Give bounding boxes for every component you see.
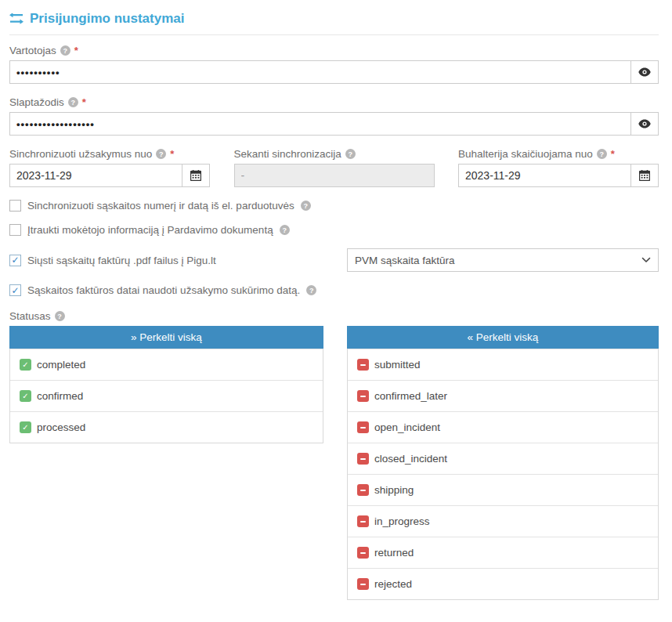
chevron-down-icon: [641, 257, 651, 263]
checkbox[interactable]: [9, 200, 21, 212]
toggle-password-visibility-button[interactable]: [630, 112, 659, 136]
selected-status-list: completed confirmed processed: [9, 349, 323, 443]
section-header-link[interactable]: Prisijungimo nustatymai: [9, 8, 659, 34]
status-item[interactable]: open_incident: [348, 411, 658, 443]
status-item[interactable]: in_progress: [348, 505, 658, 537]
exchange-icon: [9, 13, 23, 24]
user-field-group: Vartotojas: [9, 45, 659, 84]
checkbox[interactable]: [9, 284, 21, 296]
checkbox-label: Sąskaitos faktūros datai naudoti užsakym…: [27, 284, 300, 296]
accounting-from-label: Buhalterija skaičiuojama nuo: [458, 148, 593, 160]
status-item[interactable]: completed: [10, 349, 323, 380]
toggle-user-visibility-button[interactable]: [630, 60, 659, 84]
help-icon[interactable]: [60, 45, 70, 56]
checkbox-label: Siųsti sąskaitų faktūrų .pdf failus į Pi…: [27, 255, 216, 266]
next-sync-label: Sekanti sinchronizacija: [234, 148, 341, 160]
available-status-list: submitted confirmed_later open_incident: [347, 349, 659, 600]
status-item-label: submitted: [374, 359, 421, 371]
statusas-label: Statusas: [9, 310, 51, 322]
minus-square-icon: [357, 453, 369, 465]
section-title: Prisijungimo nustatymai: [30, 11, 184, 27]
user-input[interactable]: [9, 60, 631, 84]
password-input[interactable]: [9, 112, 631, 136]
status-item-label: shipping: [374, 484, 414, 496]
dates-row: Sinchronizuoti užsakymus nuo: [9, 148, 659, 187]
minus-square-icon: [357, 484, 369, 496]
check-square-icon: [20, 390, 31, 402]
checkbox-row-include-payer-info[interactable]: Įtraukti mokėtojo informaciją į Pardavim…: [9, 224, 659, 236]
accounting-from-datepicker-button[interactable]: [630, 164, 659, 187]
status-item-label: returned: [374, 547, 414, 559]
available-statuses-panel: « Perkelti viską submitted confirmed_lat…: [347, 326, 659, 600]
status-item-label: closed_incident: [374, 453, 447, 465]
help-icon[interactable]: [55, 311, 65, 321]
eye-icon: [638, 119, 651, 128]
checkbox[interactable]: [9, 255, 21, 266]
sync-from-date-input[interactable]: [9, 164, 182, 187]
status-item-label: processed: [37, 421, 85, 433]
invoice-type-select[interactable]: PVM sąskaita faktūra: [347, 248, 659, 272]
help-icon[interactable]: [345, 149, 356, 159]
status-transfer-widget: » Perkelti viską completed confirmed: [9, 326, 659, 600]
status-item[interactable]: submitted: [348, 349, 658, 380]
status-item-label: confirmed_later: [374, 390, 447, 402]
sync-from-field-group: Sinchronizuoti užsakymus nuo: [9, 148, 210, 187]
password-field-group: Slaptažodis: [9, 96, 659, 136]
invoice-type-selected-value: PVM sąskaita faktūra: [355, 255, 455, 266]
status-item[interactable]: closed_incident: [348, 443, 658, 474]
sync-from-datepicker-button[interactable]: [182, 164, 210, 187]
help-icon[interactable]: [156, 149, 166, 159]
status-item[interactable]: rejected: [348, 568, 658, 599]
status-item[interactable]: shipping: [348, 474, 658, 505]
status-item-label: completed: [37, 359, 85, 371]
checkbox-row-invoice-date-order-date[interactable]: Sąskaitos faktūros datai naudoti užsakym…: [9, 284, 659, 296]
minus-square-icon: [357, 515, 369, 527]
next-sync-field-group: Sekanti sinchronizacija: [234, 148, 435, 187]
connection-settings-panel: Prisijungimo nustatymai Vartotojas: [0, 0, 672, 608]
required-asterisk: [82, 96, 86, 108]
checkbox-row-send-pdf-invoices[interactable]: Siųsti sąskaitų faktūrų .pdf failus į Pi…: [9, 255, 216, 266]
help-icon[interactable]: [68, 97, 78, 107]
checkbox[interactable]: [9, 224, 21, 236]
help-icon[interactable]: [301, 201, 311, 211]
accounting-from-date-input[interactable]: [458, 164, 631, 187]
required-asterisk: [170, 148, 174, 160]
minus-square-icon: [357, 390, 369, 402]
minus-square-icon: [357, 547, 369, 559]
calendar-icon: [190, 170, 201, 181]
status-item-label: rejected: [374, 578, 412, 590]
user-label: Vartotojas: [9, 45, 56, 56]
status-item[interactable]: confirmed: [10, 380, 323, 411]
transfer-all-right-button[interactable]: » Perkelti viską: [9, 326, 323, 349]
status-item[interactable]: confirmed_later: [348, 380, 658, 411]
transfer-all-left-button[interactable]: « Perkelti viską: [347, 326, 659, 349]
send-pdf-row: Siųsti sąskaitų faktūrų .pdf failus į Pi…: [9, 248, 659, 272]
help-icon[interactable]: [597, 149, 607, 159]
minus-square-icon: [357, 359, 369, 371]
statusas-label-row: Statusas: [9, 310, 659, 322]
calendar-icon: [639, 170, 650, 181]
minus-square-icon: [357, 578, 369, 590]
minus-square-icon: [357, 421, 369, 433]
check-square-icon: [20, 359, 31, 371]
accounting-from-field-group: Buhalterija skaičiuojama nuo: [458, 148, 659, 187]
selected-statuses-panel: » Perkelti viską completed confirmed: [9, 326, 323, 443]
divider: [9, 34, 659, 35]
help-icon[interactable]: [280, 225, 290, 235]
checkbox-row-sync-invoice-number[interactable]: Sinchronizuoti sąskaitos numerį ir datą …: [9, 200, 659, 212]
status-item-label: in_progress: [374, 515, 430, 527]
required-asterisk: [74, 45, 78, 56]
transfer-all-left-label: « Perkelti viską: [468, 331, 539, 343]
checkbox-label: Sinchronizuoti sąskaitos numerį ir datą …: [27, 200, 294, 212]
check-square-icon: [20, 421, 31, 433]
checkbox-label: Įtraukti mokėtojo informaciją į Pardavim…: [27, 224, 273, 236]
eye-icon: [638, 67, 651, 77]
help-icon[interactable]: [306, 285, 316, 295]
status-item-label: open_incident: [374, 421, 440, 433]
status-item-label: confirmed: [37, 390, 83, 402]
required-asterisk: [611, 148, 615, 160]
sync-from-label: Sinchronizuoti užsakymus nuo: [9, 148, 152, 160]
status-item[interactable]: processed: [10, 411, 323, 443]
status-item[interactable]: returned: [348, 537, 658, 568]
next-sync-input: [234, 164, 435, 187]
